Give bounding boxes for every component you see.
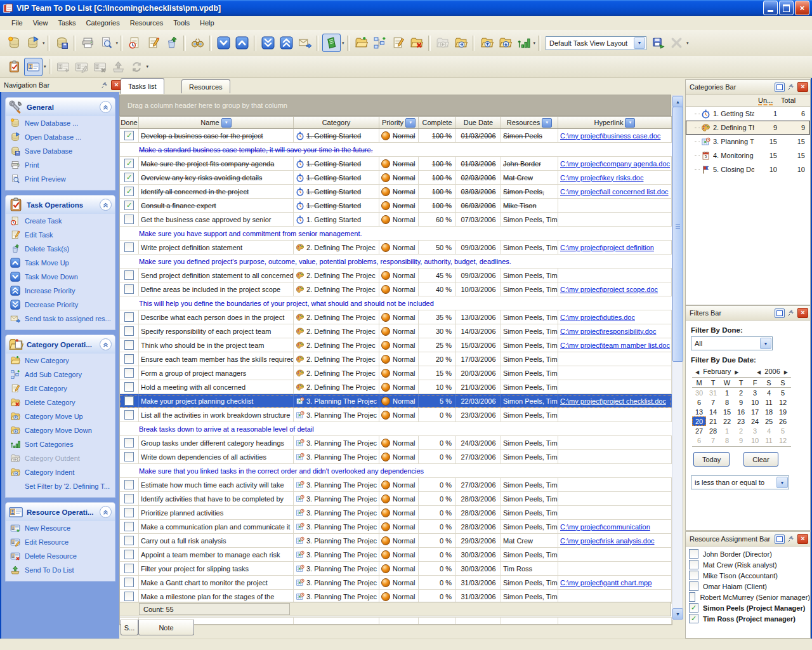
sidebar-item-create-task[interactable]: Create Task bbox=[6, 214, 115, 228]
nav-section-header[interactable]: Category Operati... bbox=[6, 335, 115, 354]
calendar-day[interactable]: 8 bbox=[720, 397, 734, 407]
resource-row-john-border-director[interactable]: John Border (Director) bbox=[686, 548, 810, 559]
calendar-day[interactable]: 27 bbox=[692, 426, 706, 435]
table-row[interactable]: Send project definition statement to all… bbox=[120, 269, 672, 282]
table-row[interactable]: Get the business case approved by senior… bbox=[120, 213, 672, 227]
next-year-icon[interactable]: ▶ bbox=[782, 369, 790, 375]
table-row[interactable]: List all the activities in work breakdow… bbox=[120, 408, 672, 422]
resource-row-omar-haiam-client[interactable]: Omar Haiam (Client) bbox=[686, 581, 810, 592]
synchronize-button[interactable] bbox=[128, 58, 145, 76]
nav-section-header[interactable]: Resource Operati... bbox=[6, 503, 115, 521]
chevron-down-icon[interactable]: ▼ bbox=[760, 338, 771, 349]
resource-checkbox[interactable] bbox=[689, 592, 695, 602]
collapse-button[interactable] bbox=[100, 101, 112, 113]
save-layout-button[interactable] bbox=[650, 34, 667, 51]
create-task-button[interactable] bbox=[126, 34, 143, 51]
sidebar-item-edit-resource[interactable]: Edit Resource bbox=[6, 535, 115, 549]
done-checkbox[interactable] bbox=[124, 494, 134, 503]
table-row[interactable]: Write down dependencies of all activitie… bbox=[120, 450, 672, 464]
next-month-icon[interactable]: ▶ bbox=[733, 369, 740, 375]
prev-month-icon[interactable]: ◀ bbox=[693, 369, 701, 375]
done-checkbox[interactable] bbox=[124, 312, 134, 322]
edit-task-button[interactable] bbox=[145, 34, 162, 51]
column-header-total[interactable]: Total bbox=[781, 96, 810, 104]
minimize-button[interactable] bbox=[763, 1, 778, 15]
calendar-day[interactable]: 28 bbox=[706, 426, 720, 435]
done-checkbox[interactable] bbox=[124, 508, 134, 517]
add-sub-category-button[interactable] bbox=[371, 34, 388, 51]
column-header-name[interactable]: Name▼ bbox=[139, 117, 294, 128]
category-indent-button[interactable] bbox=[452, 34, 469, 51]
table-row[interactable]: ✓Consult a finance expert1. Getting Star… bbox=[120, 199, 672, 213]
calendar-day[interactable]: 2 bbox=[734, 426, 748, 435]
task-hyperlink[interactable]: C:\my project\duties.doc bbox=[560, 314, 635, 321]
done-checkbox[interactable] bbox=[124, 564, 134, 573]
done-checkbox[interactable] bbox=[124, 354, 134, 364]
calendar-day[interactable]: 20 bbox=[692, 416, 706, 426]
done-checkbox[interactable] bbox=[124, 536, 134, 545]
resource-checkbox[interactable] bbox=[689, 560, 698, 569]
table-row[interactable]: Write project definition statement2. Def… bbox=[120, 241, 672, 255]
resource-checkbox[interactable] bbox=[689, 549, 698, 559]
menu-view[interactable]: View bbox=[28, 17, 53, 29]
send-task-by-email-button[interactable] bbox=[296, 34, 313, 51]
done-checkbox[interactable] bbox=[124, 592, 134, 601]
dropdown-arrow-icon[interactable]: ▾ bbox=[43, 41, 45, 46]
sidebar-item-new-resource[interactable]: New Resource bbox=[6, 521, 115, 535]
category-move-down-button[interactable] bbox=[497, 34, 514, 51]
resource-checkbox[interactable]: ✓ bbox=[689, 614, 698, 623]
prev-year-icon[interactable]: ◀ bbox=[755, 369, 763, 375]
column-header-priority[interactable]: Priority▼ bbox=[379, 117, 419, 128]
sidebar-item-send-task-to-assigned-res[interactable]: Send task to assigned res... bbox=[6, 312, 115, 326]
close-icon[interactable]: × bbox=[797, 82, 808, 92]
sidebar-item-open-database[interactable]: Open Database ... bbox=[6, 130, 115, 144]
filter-icon[interactable]: ▼ bbox=[221, 118, 232, 128]
note-row[interactable]: Break tasks down to arrive at a reasonab… bbox=[120, 422, 672, 436]
table-row[interactable]: Identify activities that have to be comp… bbox=[120, 492, 672, 506]
done-checkbox[interactable] bbox=[124, 578, 134, 587]
scroll-up-icon[interactable]: ▲ bbox=[672, 96, 683, 107]
table-row[interactable]: Appoint a team member to manage each ris… bbox=[120, 548, 672, 562]
calendar-day[interactable]: 5 bbox=[776, 426, 790, 435]
calendar-day[interactable]: 11 bbox=[762, 397, 776, 407]
calendar-day[interactable]: 1 bbox=[720, 388, 734, 397]
calendar-day[interactable]: 3 bbox=[748, 426, 762, 435]
category-row-5-closing-down[interactable]: 5. Closing Down1010 bbox=[686, 162, 810, 176]
task-hyperlink[interactable]: C:\my project\project checklist.doc bbox=[560, 397, 666, 405]
resource-row-mike-tison-accountant[interactable]: Mike Tison (Accountant) bbox=[686, 570, 810, 581]
task-hyperlink[interactable]: C:\my project\gantt chart.mpp bbox=[560, 579, 652, 587]
sidebar-item-delete-category[interactable]: Delete Category bbox=[6, 395, 115, 409]
table-row[interactable]: Make your project planning checklist3. P… bbox=[120, 394, 672, 408]
resources-view-button[interactable] bbox=[24, 58, 43, 76]
sidebar-item-task-move-up[interactable]: Task Move Up bbox=[6, 256, 115, 270]
sidebar-item-edit-task[interactable]: Edit Task bbox=[6, 228, 115, 242]
calendar-day[interactable]: 13 bbox=[692, 407, 706, 416]
calendar-day[interactable]: 19 bbox=[776, 407, 790, 416]
calendar-day[interactable]: 9 bbox=[734, 397, 748, 407]
calendar-day[interactable]: 7 bbox=[706, 397, 720, 407]
calendar-day[interactable]: 1 bbox=[720, 426, 734, 435]
done-checkbox[interactable] bbox=[124, 326, 134, 336]
done-checkbox[interactable]: ✓ bbox=[124, 173, 134, 182]
calendar-day[interactable]: 31 bbox=[706, 388, 720, 397]
calendar-day[interactable]: 15 bbox=[720, 407, 734, 416]
table-row[interactable]: ✓Develop a business case for the project… bbox=[120, 129, 672, 143]
pin-icon[interactable] bbox=[100, 81, 109, 90]
new-database-button[interactable] bbox=[6, 34, 23, 51]
task-hyperlink[interactable]: C:\my project\project definition bbox=[560, 244, 654, 251]
increase-priority-button[interactable] bbox=[278, 34, 295, 51]
delete-task-button[interactable] bbox=[163, 34, 180, 51]
note-row[interactable]: Make sure that you linked tasks in the c… bbox=[120, 464, 672, 478]
sidebar-item-increase-priority[interactable]: Increase Priority bbox=[6, 284, 115, 298]
done-checkbox[interactable] bbox=[124, 242, 134, 252]
calendar-day[interactable]: 25 bbox=[762, 416, 776, 426]
task-hyperlink[interactable]: C:\my project\company agenda.doc bbox=[560, 160, 670, 168]
calendar-day[interactable]: 8 bbox=[720, 435, 734, 445]
done-checkbox[interactable]: ✓ bbox=[124, 159, 134, 168]
dropdown-arrow-icon[interactable]: ▾ bbox=[342, 41, 344, 46]
sidebar-item-category-move-up[interactable]: Category Move Up bbox=[6, 409, 115, 423]
calendar-day[interactable]: 30 bbox=[692, 388, 706, 397]
table-row[interactable]: Define areas be included in the project … bbox=[120, 282, 672, 296]
done-checkbox[interactable] bbox=[124, 410, 134, 420]
dropdown-arrow-icon[interactable]: ▾ bbox=[686, 41, 689, 46]
